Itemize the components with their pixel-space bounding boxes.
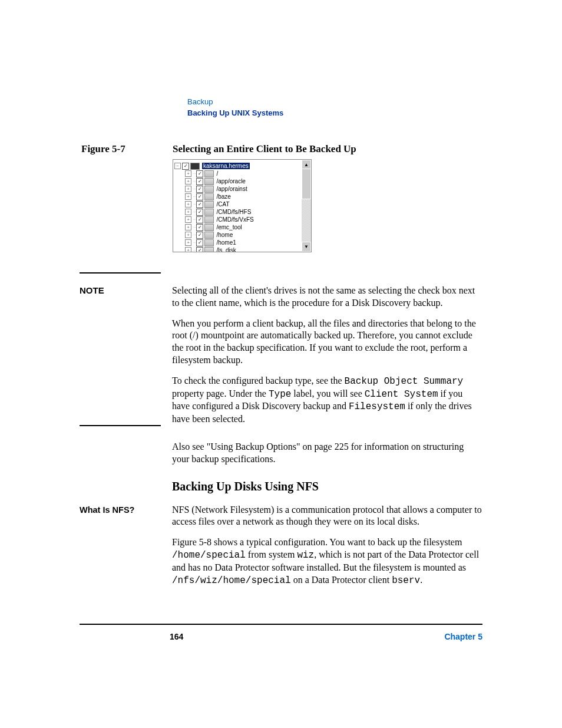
tree-item[interactable]: +··✓/baze <box>185 193 310 200</box>
tree-root-label: kaksarna.hermes <box>202 163 250 169</box>
sidehead-what-is-nfs: What Is NFS? <box>80 505 134 515</box>
tree-item-label: /app/oracle <box>216 178 245 185</box>
nfs-p2: Figure 5-8 shows a typical configuration… <box>172 536 482 587</box>
drive-icon <box>204 209 214 216</box>
scrollbar[interactable]: ▲ ▼ <box>302 160 311 252</box>
expand-icon[interactable]: + <box>185 216 191 223</box>
tree-root[interactable]: − ✓ kaksarna.hermes <box>174 162 310 170</box>
page-number: 164 <box>170 632 183 641</box>
checkbox-icon[interactable]: ✓ <box>182 163 189 170</box>
checkbox-icon[interactable]: ✓ <box>196 209 203 216</box>
scroll-down-icon[interactable]: ▼ <box>302 242 311 252</box>
tree-item-label: /CAT <box>216 201 229 207</box>
tree-screenshot: − ✓ kaksarna.hermes +··✓/ +··✓/app/oracl… <box>173 159 312 252</box>
tree-item[interactable]: +··✓/ls_disk <box>185 246 310 252</box>
tree-item-label: /app/orainst <box>216 186 247 192</box>
drive-icon <box>204 224 214 231</box>
note-rule-bottom <box>80 425 161 426</box>
expand-icon[interactable]: + <box>185 178 191 185</box>
collapse-icon[interactable]: − <box>174 163 181 169</box>
expand-icon[interactable]: + <box>185 239 191 246</box>
note-p1: Selecting all of the client's drives is … <box>172 285 482 309</box>
drive-icon <box>204 186 214 193</box>
tree-item[interactable]: +··✓/app/orainst <box>185 185 310 193</box>
tree-item-label: /home <box>216 232 233 238</box>
nfs-p1: NFS (Network Filesystem) is a communicat… <box>172 504 482 529</box>
checkbox-icon[interactable]: ✓ <box>196 216 203 223</box>
header-nav: Backup Backing Up UNIX Systems <box>187 97 283 117</box>
tree-item-label: /CMD/fs/HFS <box>216 209 251 215</box>
checkbox-icon[interactable]: ✓ <box>196 232 203 239</box>
tree-item-label: /CMD/fs/VxFS <box>216 216 253 223</box>
tree-item[interactable]: +··✓/CMD/fs/HFS <box>185 208 310 216</box>
heading-nfs: Backing Up Disks Using NFS <box>172 480 482 493</box>
expand-icon[interactable]: + <box>185 247 191 252</box>
expand-icon[interactable]: + <box>185 186 191 192</box>
checkbox-icon[interactable]: ✓ <box>196 239 203 246</box>
drive-icon <box>204 170 214 177</box>
drive-icon <box>204 239 214 246</box>
client-icon <box>190 163 200 170</box>
tree-item[interactable]: +··✓/CMD/fs/VxFS <box>185 216 310 223</box>
figure-label: Figure 5-7 <box>81 143 125 155</box>
note-p2: When you perform a client backup, all th… <box>172 318 482 367</box>
note-body: Selecting all of the client's drives is … <box>172 285 482 434</box>
header-link-section[interactable]: Backing Up UNIX Systems <box>187 108 283 117</box>
crossref: Also see "Using Backup Options" on page … <box>172 441 482 466</box>
drive-icon <box>204 201 214 208</box>
note-rule-top <box>80 272 161 274</box>
checkbox-icon[interactable]: ✓ <box>196 193 203 200</box>
tree-item-label: /emc_tool <box>216 224 242 230</box>
checkbox-icon[interactable]: ✓ <box>196 201 203 208</box>
checkbox-icon[interactable]: ✓ <box>196 178 203 185</box>
expand-icon[interactable]: + <box>185 170 191 177</box>
tree-item[interactable]: +··✓/home <box>185 231 310 239</box>
tree-item[interactable]: +··✓/ <box>185 170 310 177</box>
note-label: NOTE <box>80 285 104 295</box>
expand-icon[interactable]: + <box>185 224 191 230</box>
tree-item[interactable]: +··✓/home1 <box>185 239 310 246</box>
header-link-backup[interactable]: Backup <box>187 97 283 106</box>
expand-icon[interactable]: + <box>185 193 191 200</box>
checkbox-icon[interactable]: ✓ <box>196 224 203 231</box>
drive-icon <box>204 216 214 223</box>
chapter-link[interactable]: Chapter 5 <box>444 632 482 641</box>
drive-icon <box>204 178 214 185</box>
footer-rule <box>80 624 482 625</box>
tree-item[interactable]: +··✓/CAT <box>185 200 310 208</box>
expand-icon[interactable]: + <box>185 209 191 215</box>
footer: 164 Chapter 5 <box>170 632 482 641</box>
expand-icon[interactable]: + <box>185 201 191 207</box>
main-body: Also see "Using Backup Options" on page … <box>172 441 482 595</box>
tree-item-label: / <box>216 170 218 177</box>
checkbox-icon[interactable]: ✓ <box>196 170 203 177</box>
checkbox-icon[interactable]: ✓ <box>196 186 203 193</box>
drive-icon <box>204 232 214 239</box>
note-p3: To check the configured backup type, see… <box>172 375 482 426</box>
expand-icon[interactable]: + <box>185 232 191 238</box>
figure-title: Selecting an Entire Client to Be Backed … <box>173 143 356 155</box>
tree-item[interactable]: +··✓/app/oracle <box>185 177 310 185</box>
tree: − ✓ kaksarna.hermes +··✓/ +··✓/app/oracl… <box>173 160 311 252</box>
tree-item-label: /baze <box>216 193 230 200</box>
tree-item-label: /ls_disk <box>216 247 236 252</box>
tree-item[interactable]: +··✓/emc_tool <box>185 223 310 231</box>
drive-icon <box>204 247 214 253</box>
checkbox-icon[interactable]: ✓ <box>196 247 203 253</box>
tree-item-label: /home1 <box>216 239 236 246</box>
drive-icon <box>204 193 214 200</box>
scroll-thumb[interactable] <box>302 169 311 199</box>
